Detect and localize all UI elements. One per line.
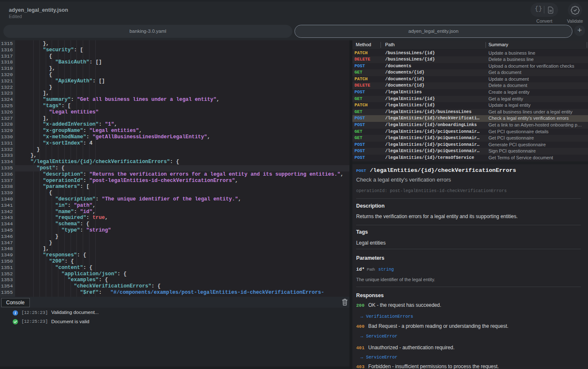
svg-text:i: i — [15, 311, 16, 315]
